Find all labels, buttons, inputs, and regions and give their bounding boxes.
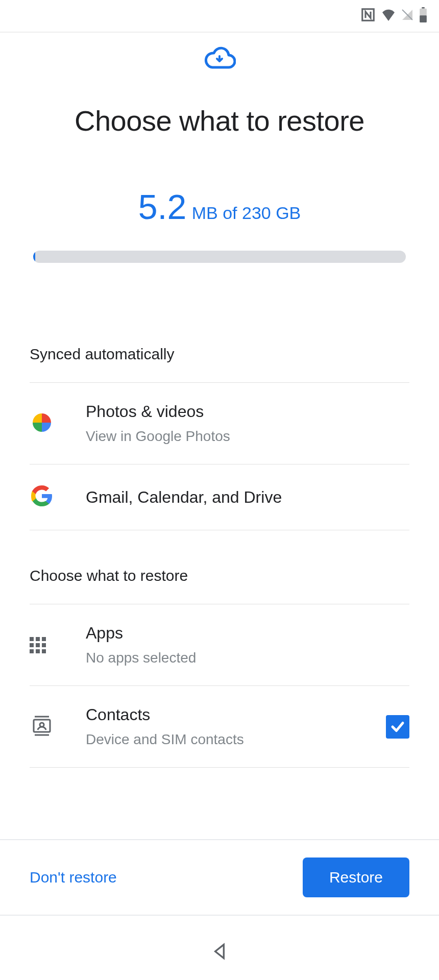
status-bar bbox=[0, 0, 439, 33]
apps-icon bbox=[30, 637, 46, 653]
storage-used-value: 5.2 bbox=[138, 187, 187, 226]
choose-section-header: Choose what to restore bbox=[30, 567, 409, 584]
svg-rect-4 bbox=[420, 15, 427, 22]
apps-row[interactable]: Apps No apps selected bbox=[30, 604, 409, 685]
no-signal-icon bbox=[401, 9, 413, 23]
storage-total-label: MB of 230 GB bbox=[192, 203, 301, 223]
contacts-checkbox[interactable] bbox=[386, 715, 409, 739]
cloud-download-icon bbox=[0, 45, 439, 69]
nfc-icon bbox=[360, 7, 376, 24]
footer: Don't restore Restore bbox=[0, 839, 439, 916]
google-services-row[interactable]: Gmail, Calendar, and Drive bbox=[30, 464, 409, 530]
contacts-row[interactable]: Contacts Device and SIM contacts bbox=[30, 685, 409, 768]
contacts-icon bbox=[30, 714, 54, 740]
photos-row-title: Photos & videos bbox=[86, 402, 409, 421]
storage-progress-bar bbox=[33, 251, 406, 263]
contacts-row-title: Contacts bbox=[86, 705, 386, 724]
apps-row-sub: No apps selected bbox=[86, 650, 409, 666]
battery-icon bbox=[419, 7, 428, 24]
page-title: Choose what to restore bbox=[0, 104, 439, 137]
photos-videos-row[interactable]: Photos & videos View in Google Photos bbox=[30, 382, 409, 464]
google-g-icon bbox=[30, 484, 54, 510]
svg-rect-2 bbox=[422, 7, 424, 9]
contacts-row-sub: Device and SIM contacts bbox=[86, 731, 386, 748]
storage-usage: 5.2 MB of 230 GB bbox=[0, 189, 439, 224]
google-photos-icon bbox=[30, 410, 54, 437]
svg-rect-6 bbox=[34, 720, 50, 732]
restore-button[interactable]: Restore bbox=[303, 857, 409, 897]
synced-section-header: Synced automatically bbox=[30, 346, 409, 363]
back-icon[interactable] bbox=[209, 941, 230, 964]
navigation-bar bbox=[0, 925, 439, 980]
dont-restore-button[interactable]: Don't restore bbox=[30, 869, 117, 886]
google-row-title: Gmail, Calendar, and Drive bbox=[86, 488, 409, 507]
wifi-icon bbox=[381, 9, 396, 23]
apps-row-title: Apps bbox=[86, 624, 409, 643]
photos-row-sub: View in Google Photos bbox=[86, 428, 409, 445]
